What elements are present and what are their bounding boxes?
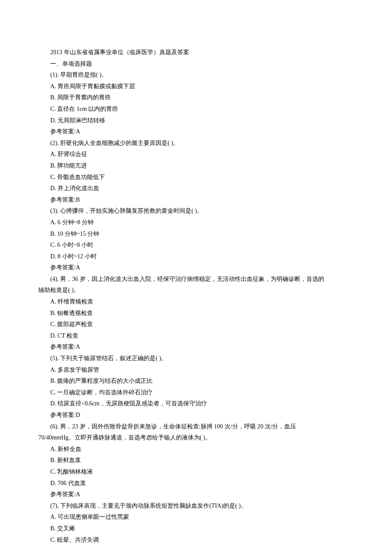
question-option: A. 胃癌局限于胃黏膜或黏膜下层 [38, 81, 354, 92]
question-answer: 参考答案:A [38, 341, 354, 353]
question-stem: (1). 早期胃癌是指( )。 [38, 69, 354, 81]
question-answer: 参考答案:B [38, 194, 354, 206]
question-answer: 参考答案:D [38, 410, 354, 421]
question-answer: 参考答案:A [38, 489, 354, 500]
question-option: C. 骨髓造血功能低下 [38, 172, 354, 183]
question-option: D. 无局部淋巴结转移 [38, 115, 354, 127]
question-stem: (5). 下列关于输尿管结石，叙述正确的是( )。 [38, 353, 354, 364]
question-option: A. 纤维胃镜检查 [38, 296, 354, 308]
question-stem: (6). 男，23 岁，因外伤致骨盆骨折来急诊，生命体征检查:脉搏 100 次/… [38, 421, 354, 433]
question-option: B. 钡餐透视检查 [38, 308, 354, 319]
question-stem: (3). 心搏骤停，开始实施心肺脑复苏抢救的黄金时间是( )。 [38, 205, 354, 217]
question-option: C. 直径在 1cm 以内的胃癌 [38, 104, 354, 115]
question-option: A. 肝肾综合征 [38, 149, 354, 160]
section-heading: 一、单项选择题 [38, 58, 354, 70]
question-stem: (7). 下列临床表现，主要见于颈内动脉系统短暂性脑缺血发作(TIA)的是( )… [38, 500, 354, 512]
question-option: D. 8 小时~12 小时 [38, 251, 354, 263]
question-option: D. 并上消化道出血 [38, 183, 354, 194]
question-stem-wrap: 辅助检查是( )。 [38, 285, 354, 296]
document-title: 2013 年山东省省属事业单位（临床医学）真题及答案 [38, 47, 354, 58]
question-option: B. 局限于胃窦内的胃癌 [38, 92, 354, 104]
question-option: B. 腹痛的严重程度与结石的大小成正比 [38, 376, 354, 387]
question-option: B. 新鲜血浆 [38, 455, 354, 466]
question-option: D. CT 检查 [38, 330, 354, 342]
question-option: B. 10 分钟~15 分钟 [38, 228, 354, 240]
question-option: B. 交叉瘫 [38, 523, 354, 535]
question-option: D. 706 代血浆 [38, 478, 354, 489]
question-stem-wrap: 70/40mmHg。立即开通静脉通道，首选考虑给予输人的液体为( )。 [38, 432, 354, 444]
question-stem: (4). 男，36 岁，因上消化道大出血入院，经保守治疗病情稳定，无活动性出血征… [38, 274, 354, 285]
question-option: A. 多原发于输尿管 [38, 364, 354, 376]
question-answer: 参考答案:A [38, 262, 354, 274]
question-option: C. 一旦确定诊断，均首选体外碎石治疗 [38, 387, 354, 399]
question-option: C. 6 小时~8 小时 [38, 240, 354, 251]
question-option: A. 6 分钟~8 分钟 [38, 217, 354, 228]
question-option: A. 新鲜全血 [38, 444, 354, 455]
question-stem: (2). 肝硬化病人全血细胞减少的最主要原因是( )。 [38, 138, 354, 149]
question-option: C. 乳酸钠林格液 [38, 466, 354, 478]
question-option: C. 眩晕、共济失调 [38, 535, 354, 546]
question-option: B. 脾功能亢进 [38, 160, 354, 172]
question-answer: 参考答案:A [38, 126, 354, 138]
document-content: 2013 年山东省省属事业单位（临床医学）真题及答案 一、单项选择题 (1). … [38, 47, 354, 546]
question-option: A. 可出现患侧单眼一过性黑蒙 [38, 512, 354, 523]
question-option: C. 腹部超声检查 [38, 319, 354, 330]
question-option: D. 结尿直径<0.6cm，无尿路梗阻及感染者，可首选保守治疗 [38, 398, 354, 410]
